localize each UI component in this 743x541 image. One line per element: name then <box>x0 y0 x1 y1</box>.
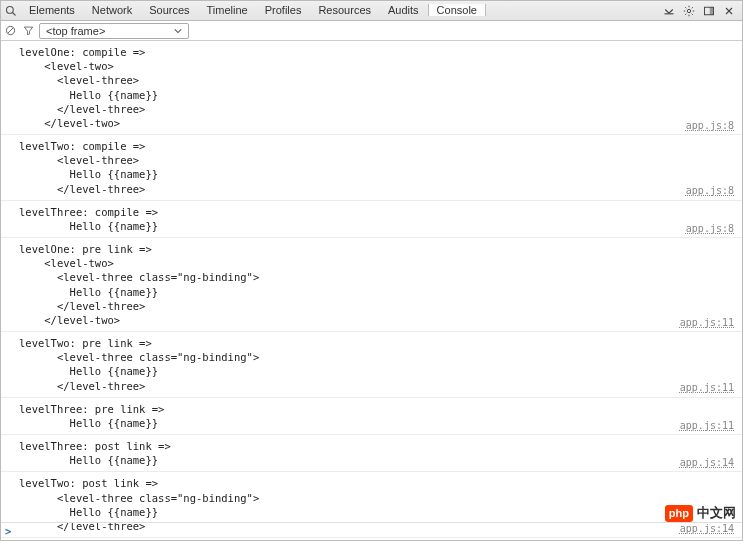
frame-selector-label: <top frame> <box>46 25 105 37</box>
console-prompt-line[interactable]: > <box>1 522 742 540</box>
source-link[interactable]: app.js:8 <box>686 222 734 236</box>
source-link[interactable]: app.js:8 <box>686 184 734 198</box>
tab-resources[interactable]: Resources <box>310 4 380 16</box>
tab-audits[interactable]: Audits <box>380 4 428 16</box>
svg-point-0 <box>7 6 14 13</box>
tab-profiles[interactable]: Profiles <box>257 4 311 16</box>
tabs-host: ElementsNetworkSourcesTimelineProfilesRe… <box>21 1 486 20</box>
tab-network[interactable]: Network <box>84 4 141 16</box>
devtools-panel: ElementsNetworkSourcesTimelineProfilesRe… <box>0 0 743 541</box>
source-link[interactable]: app.js:8 <box>686 119 734 133</box>
console-log-entry: levelThree: post link => Hello {{name}}a… <box>1 435 742 472</box>
dock-side-icon[interactable] <box>702 4 716 18</box>
console-log-message: levelTwo: pre link => <level-three class… <box>19 336 736 393</box>
close-devtools-icon[interactable] <box>722 4 736 18</box>
svg-line-1 <box>13 12 16 15</box>
tab-console[interactable]: Console <box>428 4 486 16</box>
tab-elements[interactable]: Elements <box>21 4 84 16</box>
search-icon[interactable] <box>1 5 21 17</box>
source-link[interactable]: app.js:11 <box>680 316 734 330</box>
console-body: levelOne: compile => <level-two> <level-… <box>1 41 742 540</box>
svg-rect-2 <box>665 13 674 14</box>
console-log-entry: levelOne: pre link => <level-two> <level… <box>1 238 742 332</box>
svg-line-17 <box>7 28 13 34</box>
console-scroll[interactable]: levelOne: compile => <level-two> <level-… <box>1 41 742 540</box>
watermark-badge: php <box>665 505 693 522</box>
console-log-entry: levelThree: pre link => Hello {{name}}ap… <box>1 398 742 435</box>
tabbar-right-controls <box>662 4 742 18</box>
svg-point-3 <box>687 9 690 12</box>
settings-gear-icon[interactable] <box>682 4 696 18</box>
prompt-caret-icon: > <box>1 524 11 538</box>
console-log-message: levelThree: compile => Hello {{name}} <box>19 205 736 233</box>
console-log-entry: levelTwo: pre link => <level-three class… <box>1 332 742 398</box>
filter-icon[interactable] <box>19 25 37 36</box>
source-link[interactable]: app.js:14 <box>680 456 734 470</box>
console-log-message: levelThree: pre link => Hello {{name}} <box>19 402 736 430</box>
svg-rect-13 <box>710 7 714 15</box>
console-log-entry: levelOne: compile => <level-two> <level-… <box>1 41 742 135</box>
console-logs-host: levelOne: compile => <level-two> <level-… <box>1 41 742 540</box>
clear-console-icon[interactable] <box>1 25 19 36</box>
source-link[interactable]: app.js:11 <box>680 419 734 433</box>
frame-selector[interactable]: <top frame> <box>39 23 189 39</box>
console-log-entry: levelThree: compile => Hello {{name}}app… <box>1 201 742 238</box>
source-link[interactable]: app.js:11 <box>680 381 734 395</box>
show-drawer-icon[interactable] <box>662 4 676 18</box>
console-log-entry: levelTwo: compile => <level-three> Hello… <box>1 135 742 201</box>
watermark-text: 中文网 <box>697 504 736 522</box>
tab-timeline[interactable]: Timeline <box>199 4 257 16</box>
console-log-message: levelTwo: compile => <level-three> Hello… <box>19 139 736 196</box>
console-log-message: levelOne: compile => <level-two> <level-… <box>19 45 736 130</box>
svg-line-8 <box>685 7 686 8</box>
console-log-message: levelThree: post link => Hello {{name}} <box>19 439 736 467</box>
console-log-message: levelOne: pre link => <level-two> <level… <box>19 242 736 327</box>
svg-line-10 <box>685 13 686 14</box>
devtools-tabbar: ElementsNetworkSourcesTimelineProfilesRe… <box>1 1 742 21</box>
svg-line-9 <box>692 13 693 14</box>
watermark-logo: php 中文网 <box>665 504 736 522</box>
tab-sources[interactable]: Sources <box>141 4 198 16</box>
dropdown-caret-icon <box>174 25 182 37</box>
svg-line-11 <box>692 7 693 8</box>
console-filterbar: <top frame> <box>1 21 742 41</box>
